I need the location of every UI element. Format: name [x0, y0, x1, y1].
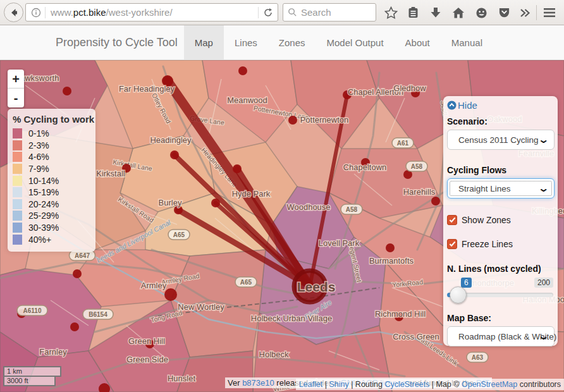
hide-panel-link[interactable]: Hide: [447, 100, 555, 111]
commit-link[interactable]: b873e10: [242, 378, 274, 388]
leaflet-link[interactable]: Leaflet: [299, 380, 323, 389]
check-icon: [449, 217, 456, 223]
tab-lines[interactable]: Lines: [224, 25, 268, 59]
reload-icon: [263, 8, 273, 18]
zoom-out-button[interactable]: -: [8, 89, 24, 107]
bookmark-star-button[interactable]: [383, 4, 399, 21]
attr-sep: | Routing: [349, 380, 385, 389]
road-badge-label: A65: [173, 231, 185, 238]
double-chevron-icon: [520, 8, 530, 18]
cycling-flows-select[interactable]: Straight Lines ⌄: [447, 178, 555, 199]
url-bar[interactable]: www.pct.bike/west-yorkshire/: [25, 3, 278, 21]
road-badge-label: A61: [397, 140, 409, 147]
search-input[interactable]: Search: [283, 3, 376, 21]
legend-label: 2-3%: [28, 140, 49, 150]
reload-button[interactable]: [259, 8, 278, 18]
road-badge-label: A63: [472, 354, 484, 361]
legend: % Cycling to work 0-1%2-3%4-6%7-9%10-14%…: [8, 109, 95, 252]
legend-item: 4-6%: [13, 151, 89, 163]
tab-model-output[interactable]: Model Output: [316, 25, 395, 59]
legend-swatch: [13, 211, 22, 221]
place-label: Lovell Park: [319, 238, 360, 248]
search-icon: [288, 8, 297, 17]
freeze-lines-checkbox[interactable]: [447, 239, 457, 249]
show-zones-checkbox[interactable]: [447, 215, 457, 225]
centroid-dot[interactable]: [73, 269, 82, 278]
version-pre: Ver: [228, 378, 242, 388]
show-zones-label: Show Zones: [462, 215, 511, 225]
legend-title: % Cycling to work: [13, 114, 89, 125]
map-base-label: Map Base:: [447, 313, 555, 323]
centroid-dot[interactable]: [238, 66, 247, 75]
info-icon[interactable]: [31, 8, 41, 18]
cyclestreets-link[interactable]: CycleStreets: [384, 380, 429, 389]
tab-zones[interactable]: Zones: [268, 25, 316, 59]
attr-sep: |: [322, 380, 329, 389]
zoom-in-button[interactable]: +: [8, 70, 24, 89]
shiny-link[interactable]: Shiny: [329, 380, 348, 389]
centroid-dot[interactable]: [70, 322, 79, 331]
centroid-dot[interactable]: [431, 197, 440, 205]
centroid-dot[interactable]: [164, 288, 177, 301]
legend-item: 7-9%: [13, 163, 89, 175]
map-attribution: Leaflet | Shiny | Routing CycleStreets |…: [296, 379, 564, 390]
star-icon: [384, 6, 398, 20]
legend-swatch: [13, 223, 22, 233]
search-placeholder: Search: [301, 7, 331, 18]
flow-endpoint-dot[interactable]: [233, 164, 242, 173]
show-zones-row: Show Zones: [447, 215, 555, 225]
osm-link[interactable]: OpenStreetMap: [462, 380, 517, 389]
map-canvas[interactable]: Leeds and Liverpool CanalRiver Aire Otle…: [0, 60, 564, 392]
legend-swatch: [13, 140, 22, 150]
site-navbar: Propensity to Cycle Tool Map Lines Zones…: [0, 25, 564, 60]
feedback-button[interactable]: [473, 4, 489, 21]
back-button[interactable]: [4, 3, 23, 22]
road-badge-label: A6110: [23, 307, 42, 314]
scale-imperial: 3000 ft: [3, 377, 56, 386]
place-label: Far Headingley: [119, 84, 175, 94]
slider-value-badge: 6: [461, 278, 472, 288]
legend-label: 25-29%: [28, 211, 59, 221]
legend-label: 0-1%: [28, 128, 49, 138]
toolbar-separator: [536, 5, 537, 20]
menu-button[interactable]: [541, 4, 558, 21]
place-label: Holbeck Urban Village: [251, 314, 332, 323]
road-badge-label: A58: [411, 163, 423, 170]
check-icon: [449, 241, 456, 247]
place-label: Headingley: [150, 135, 192, 145]
map-base-select[interactable]: Roadmap (Black & White) ⌄: [447, 326, 555, 346]
legend-label: 40%+: [28, 235, 51, 245]
place-label: Kirkstall: [96, 169, 125, 178]
control-panel: Hide Scenario: Census 2011 Cycling ⌄ Cyc…: [443, 96, 558, 346]
hide-label: Hide: [458, 100, 477, 111]
centroid-dot[interactable]: [63, 87, 71, 95]
flow-endpoint-dot[interactable]: [170, 150, 179, 159]
place-label: Green Side: [126, 355, 168, 364]
bookmarks-menu-button[interactable]: [405, 4, 421, 21]
legend-item: 20-24%: [13, 199, 89, 211]
legend-swatch: [13, 235, 22, 245]
tab-manual[interactable]: Manual: [441, 25, 493, 59]
url-text[interactable]: www.pct.bike/west-yorkshire/: [46, 7, 258, 18]
collapse-circle-icon: [447, 101, 457, 110]
centroid-dot[interactable]: [386, 243, 395, 252]
legend-item: 40%+: [13, 233, 89, 245]
downloads-button[interactable]: [427, 4, 444, 21]
tab-map[interactable]: Map: [184, 25, 224, 59]
browser-toolbar: www.pct.bike/west-yorkshire/ Search: [0, 0, 564, 25]
slider-handle[interactable]: [450, 286, 467, 303]
pocket-button[interactable]: [496, 4, 512, 21]
legend-label: 10-14%: [28, 176, 59, 186]
place-label: Harehills: [403, 187, 436, 197]
road-badge-label: A647: [75, 252, 90, 259]
clipboard-icon: [407, 6, 419, 19]
flow-endpoint-dot[interactable]: [211, 199, 220, 207]
overflow-menu-button[interactable]: [517, 4, 533, 21]
legend-label: 7-9%: [28, 164, 49, 174]
place-label: Armley: [141, 281, 167, 290]
road-badge-label: B6154: [89, 311, 107, 318]
centroid-dot[interactable]: [288, 116, 297, 125]
home-button[interactable]: [450, 4, 467, 21]
scenario-select[interactable]: Census 2011 Cycling ⌄: [447, 130, 555, 150]
tab-about[interactable]: About: [395, 25, 441, 59]
